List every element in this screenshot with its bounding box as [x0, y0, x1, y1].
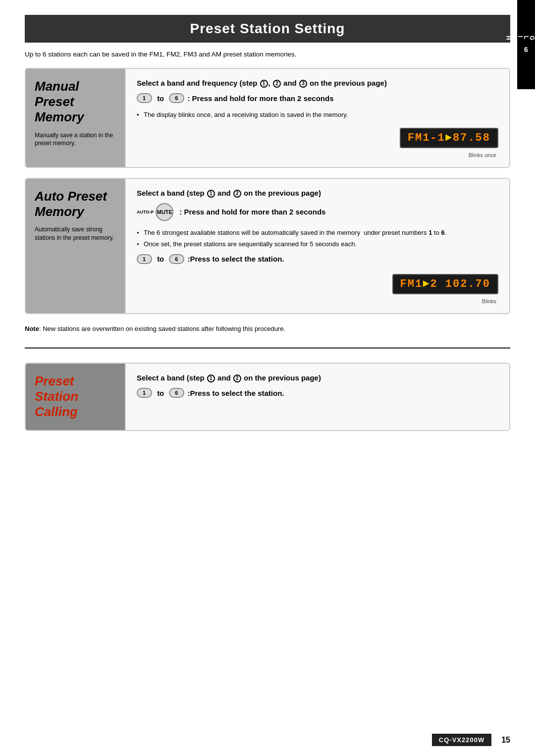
manual-press-instruction: : Press and hold for more than 2 seconds	[187, 94, 333, 103]
side-tab-letters: ENGLISH	[505, 36, 535, 42]
manual-preset-description: Manually save a station in the preset me…	[35, 131, 116, 148]
side-tab: ENGLISH 6	[517, 0, 535, 89]
manual-display-wrap: FM1-1►87.58 Blinks once	[137, 125, 498, 158]
note-text: Note: New stations are overwritten on ex…	[25, 324, 510, 334]
to-arrow-2: to	[157, 255, 164, 263]
manual-preset-bullets: The display blinks once, and a receiving…	[137, 110, 498, 120]
calling-instruction-panel: Select a band (step 1 and 2 on the previ…	[125, 364, 509, 430]
btn-to-6-auto: 6	[169, 254, 184, 264]
manual-preset-step-title: Select a band and frequency (step 1, 2 a…	[137, 78, 498, 88]
calling-content-area: Preset Station Calling Select a band (st…	[25, 363, 510, 431]
to-arrow-1: to	[157, 94, 164, 103]
page-title-bar: Preset Station Setting	[25, 15, 510, 43]
manual-preset-section: Manual Preset Memory Manually save a sta…	[25, 68, 510, 168]
btn-to-6-manual: 6	[169, 93, 184, 103]
footer: CQ-VX2200W 15	[432, 734, 510, 746]
preset-calling-section: Preset Station Calling Select a band (st…	[25, 363, 510, 431]
btn-from-1-calling: 1	[137, 388, 152, 398]
auto-preset-heading: Auto Preset Memory	[35, 189, 116, 219]
manual-blinks-label: Blinks once	[469, 152, 496, 158]
auto-preset-label-panel: Auto Preset Memory Automatically save st…	[26, 179, 125, 313]
auto-preset-description: Automatically save strong stations in th…	[35, 225, 116, 242]
auto-lcd-display: FM1►2 102.70	[392, 274, 498, 294]
calling-step-title: Select a band (step 1 and 2 on the previ…	[137, 373, 498, 383]
btn-to-6-calling: 6	[169, 388, 184, 398]
autop-label: AUTO-P	[137, 210, 154, 215]
calling-heading: Preset Station Calling	[35, 374, 116, 420]
auto-preset-step-title: Select a band (step 1 and 2 on the previ…	[137, 188, 498, 198]
manual-lcd-display: FM1-1►87.58	[400, 128, 498, 148]
manual-preset-heading: Manual Preset Memory	[35, 79, 116, 125]
manual-bullet-1: The display blinks once, and a receiving…	[137, 110, 498, 120]
auto-preset-section: Auto Preset Memory Automatically save st…	[25, 178, 510, 314]
section-divider	[25, 347, 510, 349]
to-arrow-calling: to	[157, 389, 164, 397]
calling-press-line: 1 to 6 :Press to select the station.	[137, 388, 498, 398]
auto-preset-instruction-panel: Select a band (step 1 and 2 on the previ…	[125, 179, 509, 313]
manual-preset-press-line: 1 to 6 : Press and hold for more than 2 …	[137, 93, 498, 103]
auto-bullet-1: The 6 strongest available stations will …	[137, 228, 498, 238]
btn-from-1: 1	[137, 93, 152, 103]
auto-sub-press-instruction: :Press to select the station.	[187, 255, 284, 263]
model-badge: CQ-VX2200W	[432, 734, 491, 746]
page-number: 15	[501, 736, 510, 745]
auto-preset-bullets: The 6 strongest available stations will …	[137, 228, 498, 249]
calling-label-panel: Preset Station Calling	[26, 364, 125, 430]
auto-display-wrap: FM1►2 102.70 Blinks	[137, 271, 498, 304]
manual-preset-label-panel: Manual Preset Memory Manually save a sta…	[26, 69, 125, 167]
page-title: Preset Station Setting	[35, 21, 500, 37]
manual-preset-instruction-panel: Select a band and frequency (step 1, 2 a…	[125, 69, 509, 167]
content-area: Manual Preset Memory Manually save a sta…	[25, 68, 510, 314]
auto-press-instruction: : Press and hold for more than 2 seconds	[179, 208, 325, 216]
auto-bullet-2: Once set, the preset stations are sequen…	[137, 239, 498, 249]
btn-from-1-auto: 1	[137, 254, 152, 264]
auto-sub-press-line: 1 to 6 :Press to select the station.	[137, 254, 498, 264]
auto-preset-press-line: AUTO-P MUTE : Press and hold for more th…	[137, 203, 498, 221]
auto-blinks-label: Blinks	[482, 298, 496, 304]
side-tab-number: 6	[524, 46, 528, 54]
intro-text: Up to 6 stations each can be saved in th…	[25, 51, 510, 58]
autop-mute-button: AUTO-P MUTE	[137, 203, 173, 221]
calling-press-instruction: :Press to select the station.	[187, 389, 284, 397]
mute-circle: MUTE	[156, 203, 173, 221]
